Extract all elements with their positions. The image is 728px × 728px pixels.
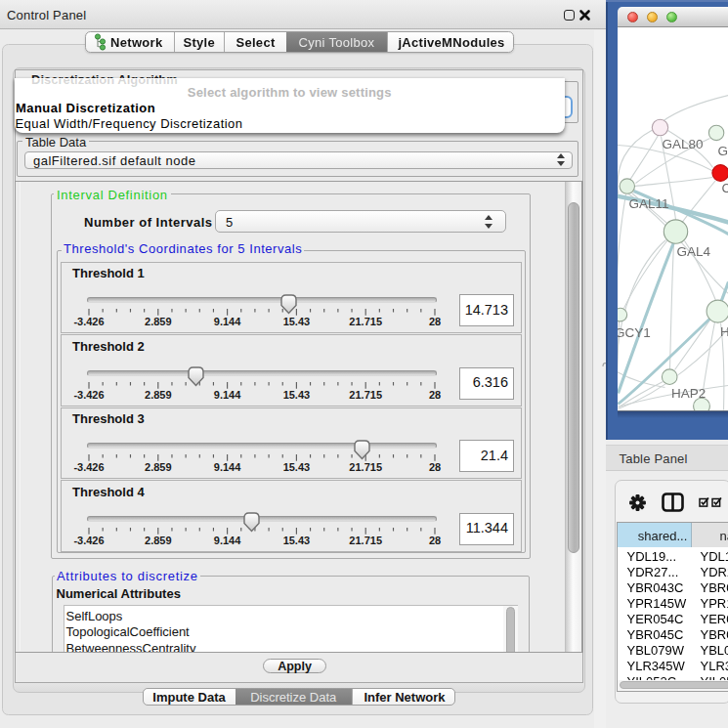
svg-text:H: H bbox=[720, 323, 728, 338]
svg-text:HAP2: HAP2 bbox=[671, 385, 706, 400]
svg-text:C: C bbox=[721, 180, 728, 194]
svg-text:GAL80: GAL80 bbox=[662, 137, 703, 151]
svg-text:GAL11: GAL11 bbox=[628, 196, 668, 211]
svg-text:GA: GA bbox=[717, 144, 728, 158]
svg-text:GCY1: GCY1 bbox=[618, 324, 651, 339]
svg-text:GAL4: GAL4 bbox=[676, 244, 710, 259]
